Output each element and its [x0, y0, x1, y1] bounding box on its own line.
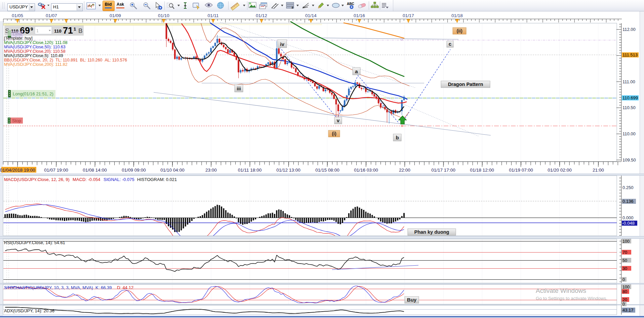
- svg-text:Buy: Buy: [407, 297, 417, 303]
- svg-text:[Template: huy]: [Template: huy]: [4, 36, 33, 41]
- svg-text:D: 44.12: D: 44.12: [117, 285, 133, 290]
- svg-text:100: 100: [622, 285, 630, 289]
- svg-text:01/18 12:00: 01/18 12:00: [470, 168, 494, 173]
- svg-text:01/16: 01/16: [354, 13, 365, 18]
- svg-text:01/07 19:00: 01/07 19:00: [44, 168, 68, 173]
- svg-text:01/12: 01/12: [256, 13, 267, 18]
- svg-text:(i): (i): [332, 131, 336, 136]
- svg-text:01/09: 01/09: [110, 13, 121, 18]
- svg-text:MVA(USD/JPY.Close,120): 111.08: MVA(USD/JPY.Close,120): 111.08: [4, 40, 68, 45]
- svg-text:111.00: 111.00: [622, 79, 635, 84]
- svg-text:112.00: 112.00: [622, 27, 636, 32]
- svg-text:01/11: 01/11: [208, 13, 219, 18]
- svg-text:b: b: [396, 135, 399, 140]
- svg-text:110.699: 110.699: [622, 95, 638, 100]
- svg-text:01/17: 01/17: [403, 13, 414, 18]
- svg-text:30: 30: [622, 266, 627, 271]
- svg-text:Activate Windows: Activate Windows: [536, 287, 586, 294]
- svg-text:100: 100: [622, 239, 630, 244]
- svg-text:Phan ky duong: Phan ky duong: [414, 229, 449, 235]
- svg-text:Go to Settings to activate Win: Go to Settings to activate Windows.: [536, 296, 607, 301]
- svg-text:01/16 03:00: 01/16 03:00: [354, 168, 378, 173]
- svg-text:0.250: 0.250: [622, 185, 634, 190]
- svg-text:B: B: [78, 27, 83, 34]
- svg-text:9: 9: [31, 27, 33, 32]
- svg-text:c: c: [449, 41, 451, 47]
- svg-text:01/07: 01/07: [46, 13, 57, 18]
- svg-text:HISTOGRAM: 0.021: HISTOGRAM: 0.021: [137, 177, 177, 182]
- svg-text:ADX(USD/JPY, 14): 20.36: ADX(USD/JPY, 14): 20.36: [4, 308, 54, 313]
- svg-text:23:00: 23:00: [205, 168, 217, 173]
- svg-text:43.17: 43.17: [622, 308, 634, 313]
- svg-text:71: 71: [63, 26, 73, 36]
- svg-text:01/18: 01/18: [451, 13, 463, 18]
- svg-text:01/05: 01/05: [12, 13, 23, 18]
- svg-text:-0.048: -0.048: [622, 221, 635, 226]
- svg-text:a: a: [355, 69, 358, 74]
- svg-text:21:00: 21:00: [593, 168, 604, 173]
- svg-text:0: 0: [622, 302, 625, 307]
- svg-text:50: 50: [622, 258, 627, 263]
- svg-text:01/04/2018 19:00: 01/04/2018 19:00: [0, 168, 35, 173]
- svg-text:01/11 18:00: 01/11 18:00: [238, 168, 261, 173]
- svg-text:01/10 04:00: 01/10 04:00: [160, 168, 184, 173]
- svg-text:iii: iii: [237, 86, 241, 91]
- svg-text:Dragon Pattern: Dragon Pattern: [448, 82, 483, 87]
- svg-text:01/14: 01/14: [305, 13, 317, 18]
- svg-text:iv: iv: [280, 41, 284, 47]
- svg-text:80: 80: [622, 289, 627, 294]
- svg-text:MVA(USD/JPY.Close,50): 110.63: MVA(USD/JPY.Close,50): 110.63: [4, 45, 66, 49]
- svg-text:MVA(USD/JPY.Close,20): 110.58: MVA(USD/JPY.Close,20): 110.58: [4, 49, 66, 54]
- svg-text:01/17 17:00: 01/17 17:00: [431, 168, 455, 173]
- svg-text:MACD: -0.054: MACD: -0.054: [73, 177, 100, 182]
- svg-text:01/20 02:00: 01/20 02:00: [548, 168, 571, 173]
- svg-text:01/15 08:00: 01/15 08:00: [315, 168, 339, 173]
- svg-text:BB(USD/JPY.Close, 20, 2) TL:: BB(USD/JPY.Close, 20, 2) TL: 110.891 BL:…: [4, 58, 127, 62]
- svg-text:MVA(USD/JPY.Close,200): 111.82: MVA(USD/JPY.Close,200): 111.82: [4, 62, 68, 67]
- svg-text:0: 0: [622, 277, 625, 282]
- svg-text:1: 1: [36, 29, 39, 33]
- svg-text:109.50: 109.50: [622, 157, 636, 163]
- svg-text:MVA(USD/JPY.Close,5): 110.49: MVA(USD/JPY.Close,5): 110.49: [4, 53, 63, 58]
- svg-text:MACD(USD/JPY.Close, 12, 26, 9): MACD(USD/JPY.Close, 12, 26, 9): [4, 177, 70, 182]
- svg-text:Stop: Stop: [12, 118, 21, 123]
- svg-text:01/08 14:00: 01/08 14:00: [83, 168, 107, 173]
- svg-text:01/19 07:00: 01/19 07:00: [509, 168, 533, 173]
- svg-text:22:00: 22:00: [399, 168, 410, 173]
- svg-text:01/10: 01/10: [158, 13, 169, 18]
- svg-text:1: 1: [74, 27, 76, 32]
- svg-text:70: 70: [622, 250, 627, 255]
- svg-text:0.000: 0.000: [622, 215, 634, 220]
- svg-text:RSI(USD/JPY.Close, 14): 54.61: RSI(USD/JPY.Close, 14): 54.61: [4, 240, 65, 245]
- svg-text:STOCHASTIC(USD/JPY, 10, 3, 3,: STOCHASTIC(USD/JPY, 10, 3, 3, MVA, MVA) …: [4, 285, 112, 290]
- svg-text:110.00: 110.00: [622, 131, 636, 136]
- svg-text:111.513: 111.513: [622, 52, 638, 57]
- svg-text:01/12 13:00: 01/12 13:00: [276, 168, 300, 173]
- svg-text:110: 110: [54, 29, 62, 34]
- svg-text:20: 20: [622, 298, 627, 302]
- svg-text:0.136: 0.136: [622, 199, 634, 204]
- svg-text:01/09 09:00: 01/09 09:00: [122, 168, 146, 173]
- svg-text:(ii): (ii): [456, 28, 462, 34]
- svg-text:Long(01/16 21:51, 2): Long(01/16 21:51, 2): [13, 91, 53, 96]
- svg-text:SIGNAL: -0.075: SIGNAL: -0.075: [104, 177, 134, 182]
- svg-text:110.50: 110.50: [622, 105, 636, 110]
- svg-text:v: v: [337, 118, 340, 123]
